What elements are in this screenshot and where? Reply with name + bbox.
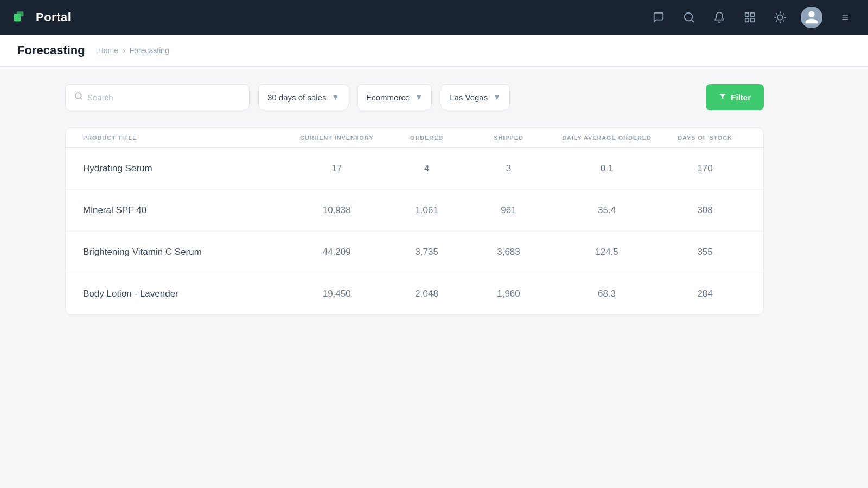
cell-ordered: 4 <box>386 163 468 174</box>
days-of-sales-dropdown[interactable]: 30 days of sales ▼ <box>258 84 348 110</box>
cell-shipped: 1,960 <box>468 288 550 299</box>
app-name: Portal <box>36 10 71 24</box>
user-avatar[interactable] <box>801 7 822 28</box>
svg-line-19 <box>80 98 82 99</box>
cell-daily-average: 124.5 <box>550 247 664 258</box>
filters-row: 30 days of sales ▼ Ecommerce ▼ Las Vegas… <box>65 84 764 110</box>
cell-shipped: 3 <box>468 163 550 174</box>
cell-shipped: 3,683 <box>468 247 550 258</box>
cell-daily-average: 35.4 <box>550 205 664 216</box>
page-title: Forecasting <box>17 43 85 57</box>
cell-days-of-stock: 355 <box>664 247 746 258</box>
channel-dropdown[interactable]: Ecommerce ▼ <box>357 84 432 110</box>
bell-icon[interactable] <box>710 8 729 27</box>
svg-rect-8 <box>751 18 754 22</box>
cell-product-title: Hydrating Serum <box>83 163 288 174</box>
cell-current-inventory: 19,450 <box>288 288 386 299</box>
data-table: PRODUCT TITLE CURRENT INVENTORY ORDERED … <box>65 127 764 315</box>
cell-daily-average: 0.1 <box>550 163 664 174</box>
breadcrumb-separator: › <box>123 46 125 55</box>
col-header-daily-average: DAILY AVERAGE ORDERED <box>550 134 664 141</box>
svg-marker-20 <box>720 94 726 98</box>
svg-line-4 <box>691 20 693 22</box>
table-row: Mineral SPF 40 10,938 1,061 961 35.4 308 <box>66 190 763 232</box>
cell-current-inventory: 10,938 <box>288 205 386 216</box>
cell-product-title: Brightening Vitamin C Serum <box>83 247 288 258</box>
svg-line-13 <box>783 21 784 21</box>
cell-days-of-stock: 170 <box>664 163 746 174</box>
chevron-down-icon: ▼ <box>493 93 501 101</box>
breadcrumb-home[interactable]: Home <box>98 46 118 55</box>
filter-button-label: Filter <box>731 93 751 102</box>
col-header-days-of-stock: DAYS OF STOCK <box>664 134 746 141</box>
search-input-icon <box>74 92 83 102</box>
col-header-shipped: SHIPPED <box>468 134 550 141</box>
cell-ordered: 1,061 <box>386 205 468 216</box>
channel-label: Ecommerce <box>366 93 410 102</box>
table-row: Hydrating Serum 17 4 3 0.1 170 <box>66 148 763 190</box>
svg-rect-7 <box>745 18 749 22</box>
cell-product-title: Body Lotion - Lavender <box>83 288 288 299</box>
logo-area: Portal <box>13 9 640 26</box>
svg-rect-2 <box>15 15 20 22</box>
search-box[interactable] <box>65 84 250 110</box>
breadcrumb-section: Forecasting Home › Forecasting <box>0 35 868 67</box>
svg-line-17 <box>783 14 784 14</box>
search-input[interactable] <box>87 93 240 102</box>
sun-icon[interactable] <box>770 8 790 27</box>
svg-line-16 <box>776 21 777 21</box>
search-icon[interactable] <box>679 8 699 27</box>
cell-current-inventory: 44,209 <box>288 247 386 258</box>
main-content: 30 days of sales ▼ Ecommerce ▼ Las Vegas… <box>0 67 781 332</box>
col-header-ordered: ORDERED <box>386 134 468 141</box>
table-body: Hydrating Serum 17 4 3 0.1 170 Mineral S… <box>66 148 763 314</box>
svg-line-12 <box>776 14 777 14</box>
cell-ordered: 3,735 <box>386 247 468 258</box>
portal-logo-icon <box>13 9 30 26</box>
table-row: Body Lotion - Lavender 19,450 2,048 1,96… <box>66 273 763 314</box>
table-header-row: PRODUCT TITLE CURRENT INVENTORY ORDERED … <box>66 128 763 148</box>
cell-product-title: Mineral SPF 40 <box>83 205 288 216</box>
breadcrumb-current: Forecasting <box>130 46 169 55</box>
svg-rect-5 <box>745 13 749 16</box>
cell-days-of-stock: 308 <box>664 205 746 216</box>
cell-days-of-stock: 284 <box>664 288 746 299</box>
col-header-current-inventory: CURRENT INVENTORY <box>288 134 386 141</box>
days-of-sales-label: 30 days of sales <box>267 93 326 102</box>
cell-current-inventory: 17 <box>288 163 386 174</box>
chevron-down-icon: ▼ <box>415 93 423 101</box>
svg-point-9 <box>777 15 782 20</box>
table-row: Brightening Vitamin C Serum 44,209 3,735… <box>66 232 763 273</box>
filter-button[interactable]: Filter <box>706 84 764 110</box>
svg-rect-6 <box>751 13 754 16</box>
grid-icon[interactable] <box>740 8 760 27</box>
cell-shipped: 961 <box>468 205 550 216</box>
cell-ordered: 2,048 <box>386 288 468 299</box>
hamburger-menu-icon[interactable]: ≡ <box>835 8 855 27</box>
location-dropdown[interactable]: Las Vegas ▼ <box>441 84 510 110</box>
filter-icon <box>719 93 726 102</box>
nav-icons-group: ≡ <box>649 7 855 28</box>
chat-icon[interactable] <box>649 8 668 27</box>
cell-daily-average: 68.3 <box>550 288 664 299</box>
top-navigation: Portal <box>0 0 868 35</box>
location-label: Las Vegas <box>450 93 488 102</box>
chevron-down-icon: ▼ <box>331 93 339 101</box>
col-header-product-title: PRODUCT TITLE <box>83 134 288 141</box>
